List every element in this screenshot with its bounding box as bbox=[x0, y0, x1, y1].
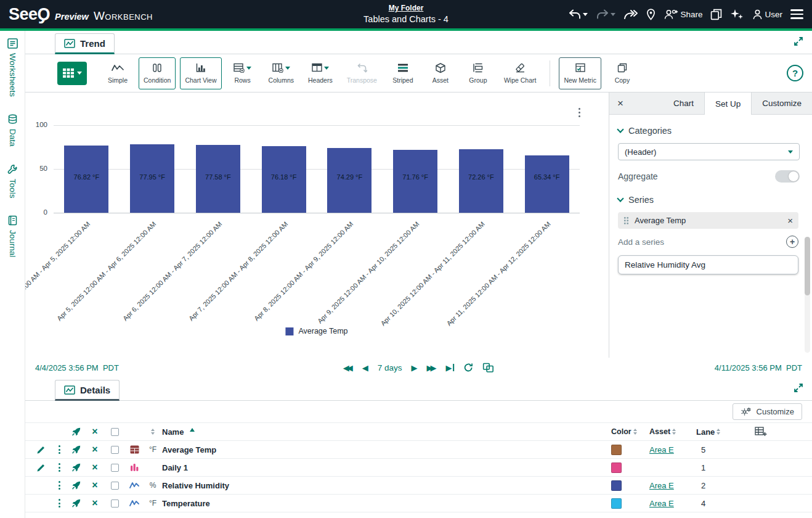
worksheet-organizer-button[interactable] bbox=[710, 9, 722, 20]
select-all-checkbox[interactable] bbox=[104, 428, 125, 436]
tab-chart[interactable]: Chart bbox=[663, 92, 704, 114]
remove-item-button[interactable]: × bbox=[86, 498, 104, 509]
item-menu-button[interactable] bbox=[51, 444, 67, 455]
undo-dropdown-caret[interactable] bbox=[583, 13, 588, 16]
column-header-color[interactable]: Color bbox=[611, 427, 649, 436]
toolbar-group-button[interactable]: Group bbox=[461, 57, 495, 89]
tab-details[interactable]: Details bbox=[55, 380, 120, 401]
panel-scrollbar[interactable] bbox=[805, 237, 810, 353]
table-mode-button[interactable] bbox=[57, 62, 87, 85]
toolbar-condition-button[interactable]: Condition bbox=[139, 57, 176, 89]
series-section-header[interactable]: Series bbox=[618, 195, 803, 205]
remove-item-button[interactable]: × bbox=[86, 462, 104, 473]
rows-dropdown-caret[interactable] bbox=[246, 67, 251, 70]
categories-section-header[interactable]: Categories bbox=[618, 126, 803, 136]
send-item-button[interactable] bbox=[67, 498, 86, 508]
remove-item-button[interactable]: × bbox=[86, 444, 104, 455]
bar-6[interactable] bbox=[459, 149, 503, 213]
color-swatch[interactable] bbox=[611, 480, 622, 491]
copy-range-button[interactable] bbox=[482, 363, 494, 372]
send-all-button[interactable] bbox=[67, 427, 86, 437]
column-header-lane[interactable]: Lane bbox=[692, 427, 727, 437]
toolbar-simple-button[interactable]: Simple bbox=[101, 57, 134, 89]
toolbar-asset-button[interactable]: Asset bbox=[424, 57, 457, 89]
maximize-details-button[interactable] bbox=[794, 383, 803, 395]
toolbar-new-metric-button[interactable]: New Metric bbox=[559, 57, 601, 89]
item-checkbox[interactable] bbox=[104, 500, 125, 508]
send-item-button[interactable] bbox=[67, 462, 86, 472]
column-header-asset[interactable]: Asset bbox=[649, 427, 692, 436]
color-swatch[interactable] bbox=[611, 498, 622, 509]
step-back-double-button[interactable]: ◀◀ bbox=[343, 363, 353, 372]
asset-link[interactable]: Area E bbox=[649, 445, 674, 454]
sidebar-item-data[interactable]: Data bbox=[7, 114, 18, 147]
redo-button[interactable] bbox=[596, 9, 615, 20]
undo-button[interactable] bbox=[568, 9, 588, 20]
columns-dropdown-caret[interactable] bbox=[285, 67, 290, 70]
maximize-trend-button[interactable] bbox=[794, 36, 803, 49]
customize-columns-button[interactable]: Customize bbox=[733, 403, 802, 420]
toolbar-chart-view-button[interactable]: Chart View bbox=[180, 57, 221, 89]
tab-customize[interactable]: Customize bbox=[752, 92, 812, 114]
step-to-end-button[interactable]: ▶ bbox=[445, 363, 454, 372]
tab-trend[interactable]: Trend bbox=[55, 33, 115, 54]
breadcrumb[interactable]: My Folder bbox=[389, 4, 424, 12]
bar-7[interactable] bbox=[525, 155, 569, 213]
step-back-button[interactable]: ◀ bbox=[362, 363, 368, 372]
close-panel-button[interactable]: × bbox=[609, 92, 631, 114]
toolbar-copy-button[interactable]: Copy bbox=[606, 57, 639, 89]
help-button[interactable]: ? bbox=[787, 65, 803, 81]
refresh-button[interactable] bbox=[463, 363, 473, 372]
location-button[interactable] bbox=[646, 9, 656, 20]
sidebar-item-tools[interactable]: Tools bbox=[7, 164, 18, 199]
add-column-button[interactable] bbox=[727, 427, 795, 437]
seeq-logo[interactable]: SeeQ Preview Workbench bbox=[9, 5, 153, 24]
toolbar-headers-button[interactable]: Headers bbox=[303, 57, 338, 89]
send-item-button[interactable] bbox=[67, 480, 86, 490]
chart-legend[interactable]: Average Temp bbox=[285, 327, 347, 335]
asset-link[interactable]: Area E bbox=[649, 481, 674, 490]
remove-item-button[interactable]: × bbox=[86, 480, 104, 491]
bar-5[interactable] bbox=[393, 150, 437, 213]
toolbar-rows-button[interactable]: Rows bbox=[226, 57, 259, 89]
range-duration[interactable]: 7 days bbox=[378, 363, 402, 372]
item-menu-button[interactable] bbox=[51, 498, 67, 509]
color-swatch[interactable] bbox=[611, 462, 622, 473]
remove-all-button[interactable]: × bbox=[86, 426, 104, 437]
fast-forward-button[interactable] bbox=[623, 9, 638, 20]
toolbar-wipe-chart-button[interactable]: Wipe Chart bbox=[499, 57, 542, 89]
range-end[interactable]: 4/11/2025 3:56 PM PDT bbox=[715, 363, 802, 372]
item-menu-button[interactable] bbox=[51, 480, 67, 491]
sort-control[interactable] bbox=[144, 429, 162, 435]
drag-handle-icon[interactable] bbox=[623, 216, 629, 224]
tab-set-up[interactable]: Set Up bbox=[704, 92, 752, 115]
ai-assistant-button[interactable] bbox=[730, 8, 744, 20]
aggregate-toggle[interactable] bbox=[775, 170, 800, 183]
headers-dropdown-caret[interactable] bbox=[324, 67, 329, 70]
sidebar-item-journal[interactable]: Journal bbox=[7, 215, 18, 257]
send-item-button[interactable] bbox=[67, 445, 86, 454]
toolbar-columns-button[interactable]: Columns bbox=[264, 57, 299, 89]
item-checkbox[interactable] bbox=[104, 446, 125, 454]
asset-link[interactable]: Area E bbox=[649, 499, 674, 508]
edit-item-button[interactable] bbox=[30, 445, 51, 454]
scrollbar-thumb[interactable] bbox=[805, 237, 810, 295]
color-swatch[interactable] bbox=[611, 445, 622, 455]
add-series-button[interactable]: + bbox=[786, 236, 798, 248]
step-forward-button[interactable]: ▶ bbox=[411, 363, 417, 372]
range-start[interactable]: 4/4/2025 3:56 PM PDT bbox=[35, 363, 119, 372]
series-item-average-temp[interactable]: Average Temp × bbox=[618, 212, 798, 229]
item-checkbox[interactable] bbox=[104, 482, 125, 490]
edit-item-button[interactable] bbox=[30, 463, 51, 472]
step-forward-double-button[interactable]: ▶▶ bbox=[426, 363, 436, 372]
item-menu-button[interactable] bbox=[51, 462, 67, 473]
sidebar-item-worksheets[interactable]: Worksheets bbox=[7, 38, 18, 97]
user-menu-button[interactable]: User bbox=[752, 9, 782, 20]
hamburger-menu-button[interactable] bbox=[790, 9, 803, 19]
page-title[interactable]: Tables and Charts - 4 bbox=[363, 14, 449, 24]
header-select[interactable]: (Header) bbox=[618, 143, 800, 160]
column-header-name[interactable]: Name bbox=[162, 427, 611, 437]
remove-series-button[interactable]: × bbox=[787, 215, 793, 226]
chart-context-menu-button[interactable] bbox=[577, 105, 582, 120]
item-checkbox[interactable] bbox=[104, 464, 125, 472]
